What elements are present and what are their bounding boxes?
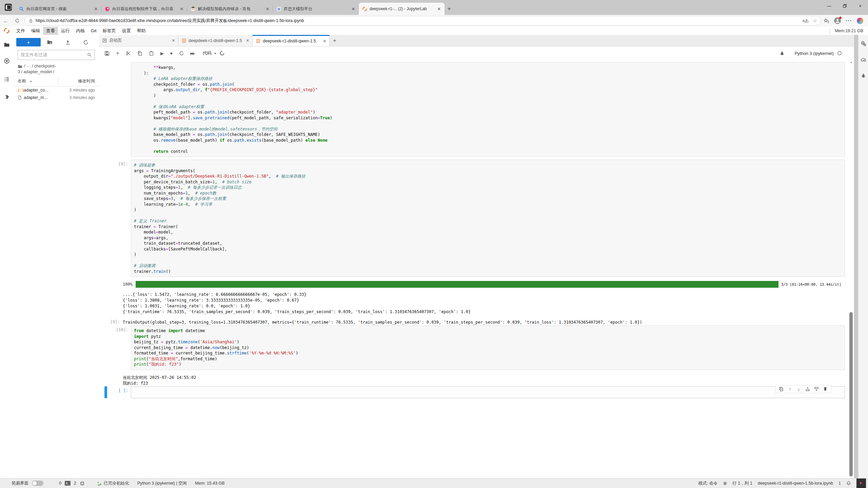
duplicate-cell-icon[interactable] — [777, 387, 786, 391]
accessibility-icon[interactable]: ⊗ — [723, 481, 727, 486]
system-monitor-gauge-icon[interactable] — [859, 56, 868, 64]
restart-run-all-icon[interactable]: ▶▶ — [191, 52, 194, 55]
document-tab-title: 启动页 — [109, 38, 169, 43]
insert-cell-icon[interactable]: + — [116, 50, 119, 57]
code-cell-empty-cell[interactable]: [ ]:↑↓ — [99, 386, 854, 398]
workspace-icon[interactable] — [5, 4, 12, 11]
file-list-item[interactable]: adapter_m...3 minutes ago — [14, 94, 99, 101]
code-cell-train-cell[interactable]: [9]:# 训练超参args = TrainingArguments( outp… — [99, 160, 854, 277]
maximize-button[interactable] — [837, 0, 852, 12]
cursor-position[interactable]: 行 1，列 1 — [732, 481, 752, 486]
filter-files-input[interactable]: 按文件名过滤 — [18, 50, 95, 60]
browser-tab[interactable]: M昇思大模型平台✕ — [273, 3, 359, 15]
close-document-icon[interactable]: ✕ — [172, 38, 175, 43]
menu-item[interactable]: 编辑 — [28, 27, 43, 35]
document-tab[interactable]: deepdeek-r1-distill-qwen-1.5✕ — [178, 35, 253, 46]
code-cell-callback-cell[interactable]: **kwargs, ): # LoRA adapter权重保存路径 checkp… — [99, 62, 854, 157]
close-document-icon[interactable]: ✕ — [246, 38, 250, 43]
back-icon[interactable]: ← — [0, 18, 12, 24]
browser-tab[interactable]: 向日葵远程控制软件下载，向日葵✕ — [101, 3, 187, 15]
move-cell-up-icon[interactable]: ↑ — [786, 386, 794, 392]
close-button[interactable]: × — [852, 0, 868, 12]
cell-collapser[interactable] — [104, 160, 107, 277]
save-icon[interactable] — [104, 51, 110, 56]
command-mode-indicator[interactable]: 模式: 命令 — [698, 481, 718, 486]
translate-icon[interactable]: aあ — [802, 18, 809, 24]
refresh-file-list-icon[interactable] — [77, 40, 95, 45]
run-cell-icon[interactable]: ▶ — [160, 51, 164, 56]
new-folder-icon[interactable] — [41, 39, 59, 45]
file-list-item[interactable]: {:}adapter_co...3 minutes ago — [14, 86, 99, 94]
git-status[interactable]: 已完全初始化 — [97, 481, 129, 486]
cell-editor[interactable]: from datetime import datetimeimport pytz… — [131, 325, 845, 370]
browser-tab[interactable]: 解决模型加载内存错误 - 豆包✕ — [187, 3, 273, 15]
close-tab-icon[interactable]: ✕ — [351, 6, 356, 12]
restart-kernel-icon[interactable] — [179, 51, 184, 56]
menu-item[interactable]: Git — [88, 27, 100, 34]
document-tab[interactable]: deepseek-r1-distill-qwen-1.5✕ — [253, 35, 330, 46]
close-tab-icon[interactable]: ✕ — [265, 6, 270, 12]
favorites-icon[interactable] — [824, 18, 829, 24]
cut-cells-icon[interactable] — [126, 51, 131, 56]
cell-type-dropdown[interactable]: 代码 ▾ — [203, 50, 216, 56]
remote-control-indicator[interactable] — [856, 479, 866, 488]
file-browser-icon[interactable] — [0, 40, 14, 50]
address-bar[interactable]: https://cloud-4d7cdf5a-e2df-4644-998f-0a… — [24, 16, 821, 25]
kernel-status-text[interactable]: Python 3 (ipykernel) | 空闲 — [137, 481, 187, 486]
breadcrumb[interactable]: / ··· / checkpoint- 3 / adapter_model / — [18, 63, 95, 75]
page-scrollbar[interactable] — [854, 35, 859, 479]
cell-collapser[interactable] — [104, 386, 107, 398]
cell-editor[interactable]: # 训练超参args = TrainingArguments( output_d… — [131, 160, 845, 277]
close-tab-icon[interactable]: ✕ — [179, 6, 184, 12]
menu-active-item[interactable]: 查看 — [43, 27, 58, 35]
add-document-tab-button[interactable]: + — [330, 35, 340, 46]
insert-cell-below-icon[interactable] — [812, 387, 821, 391]
code-cell-time-cell[interactable]: [10]:from datetime import datetimeimport… — [99, 325, 854, 370]
property-inspector-icon[interactable] — [859, 39, 868, 47]
menu-item[interactable]: 标签页 — [100, 27, 119, 35]
kernel-activity-icon[interactable] — [219, 50, 225, 56]
minimize-button[interactable]: — — [821, 0, 837, 12]
profile-avatar[interactable] — [834, 17, 841, 24]
debugger-sidebar-bug-icon[interactable] — [859, 72, 868, 80]
close-tab-icon[interactable]: ✕ — [436, 6, 442, 12]
paste-cells-icon[interactable] — [149, 51, 154, 56]
delete-cell-icon[interactable] — [821, 387, 830, 391]
extensions-icon[interactable] — [0, 92, 14, 102]
cell-collapser[interactable] — [104, 325, 107, 370]
copilot-icon[interactable] — [857, 18, 863, 24]
bell-icon[interactable] — [846, 481, 851, 486]
document-tab[interactable]: 启动页✕ — [99, 35, 178, 46]
refresh-icon[interactable] — [12, 18, 23, 23]
close-document-icon[interactable]: ✕ — [323, 39, 327, 44]
menu-item[interactable]: 运行 — [58, 27, 73, 35]
menu-item[interactable]: 文件 — [13, 27, 28, 35]
notebook-scrollbar[interactable]: ▲ — [849, 60, 853, 479]
menu-item[interactable]: 帮助 — [134, 27, 149, 35]
move-cell-down-icon[interactable]: ↓ — [794, 386, 803, 392]
table-of-contents-icon[interactable] — [0, 74, 14, 84]
browser-menu-icon[interactable]: ··· — [846, 18, 852, 24]
browser-tab[interactable]: deepseek-r1-... (2) - JupyterLab✕ — [359, 3, 445, 15]
interrupt-kernel-icon[interactable]: ■ — [170, 51, 173, 55]
scroll-up-arrow-icon[interactable]: ▲ — [849, 61, 853, 64]
bookmark-star-icon[interactable]: ☆ — [813, 18, 817, 23]
kernel-name[interactable]: Python 3 (ipykernel) — [794, 51, 834, 56]
simple-mode-toggle[interactable] — [32, 481, 43, 486]
file-list-header[interactable]: 名称 ▲ 修改时间 — [14, 76, 99, 86]
new-tab-button[interactable]: + — [445, 3, 454, 15]
running-kernels-icon[interactable] — [0, 56, 14, 66]
browser-tab[interactable]: 向日葵官网首页 - 搜索✕ — [16, 3, 101, 15]
close-tab-icon[interactable]: ✕ — [93, 6, 99, 12]
menu-item[interactable]: 设置 — [119, 27, 134, 35]
debugger-bug-icon[interactable] — [780, 51, 785, 56]
cell-editor[interactable]: **kwargs, ): # LoRA adapter权重保存路径 checkp… — [131, 62, 845, 157]
insert-cell-above-icon[interactable] — [803, 387, 812, 391]
cell-editor[interactable] — [131, 386, 845, 398]
new-launcher-button[interactable]: + — [16, 38, 41, 46]
upload-icon[interactable] — [59, 40, 77, 45]
cell-collapser[interactable] — [104, 62, 107, 157]
notifications-count[interactable]: 1 — [839, 481, 841, 486]
copy-cells-icon[interactable] — [137, 51, 142, 56]
menu-item[interactable]: 内核 — [73, 27, 88, 35]
